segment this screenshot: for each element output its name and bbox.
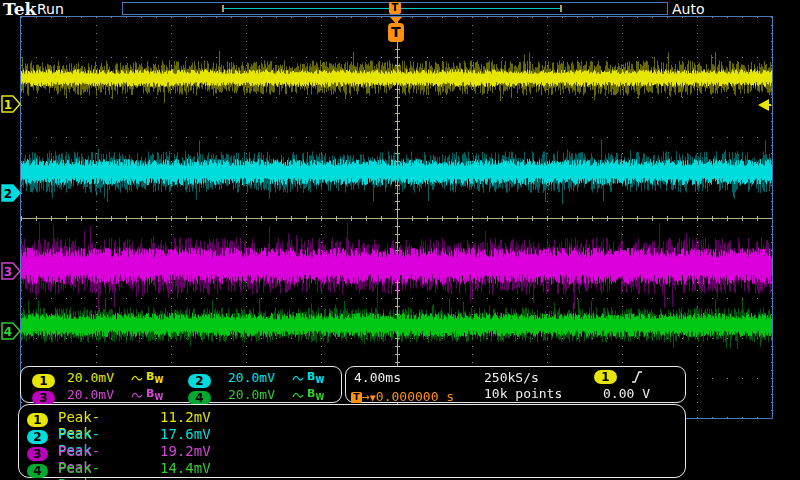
ch3-ground-marker[interactable]: 3 [1,262,21,280]
ch3-marker-number: 3 [4,265,12,279]
ch1-bandwidth-icon: BW [146,370,163,385]
ch4-badge[interactable]: 4 [188,391,211,405]
acquisition-state: Run [37,1,64,17]
ch4-marker-number: 4 [4,325,12,339]
meas-ch1-badge: 1 [27,413,48,427]
record-bracket-right-icon [560,5,562,12]
ch2-badge[interactable]: 2 [188,374,211,388]
trigger-position-badge[interactable]: T [388,23,404,42]
trigger-t-icon: T [351,392,362,403]
trigger-slope-rising-icon [630,370,643,384]
meas-ch4-badge: 4 [27,464,48,478]
ch1-badge[interactable]: 1 [32,374,55,388]
measurement-row-ch4: 4 Peak-Peak 14.4mV [27,460,48,476]
ch3-bandwidth-icon: BW [146,387,163,402]
graticule [20,16,773,419]
waveform-canvas [21,17,772,418]
meas-ch4-value: 14.4mV [160,460,211,476]
meas-ch4-label: Peak-Peak [58,460,100,480]
meas-ch3-badge: 3 [27,447,48,461]
ch2-ground-marker[interactable]: 2 [1,184,21,202]
oscilloscope-screen: Tek Run T Auto T 1 2 3 4 1 20.0mV [0,0,800,480]
ch4-scale: 20.0mV [228,387,275,402]
ch2-bandwidth-icon: BW [307,370,324,385]
meas-ch3-value: 19.2mV [160,443,211,459]
ch4-bandwidth-icon: BW [307,387,324,402]
channel-readout-box: 1 20.0mV BW 2 20.0mV BW 3 20.0mV BW [20,366,342,403]
record-trigger-flag-icon[interactable]: T [389,2,401,14]
measurement-row-ch3: 3 Peak-Peak 19.2mV [27,443,48,459]
ch4-ground-marker[interactable]: 4 [1,322,21,340]
ch4-ac-coupling-icon [292,390,306,400]
trigger-delay-readout[interactable]: T→▼0.000000 s [351,386,454,405]
record-bracket-left-icon [222,5,224,12]
record-length: 10k points [484,386,562,401]
ch1-scale: 20.0mV [67,370,114,385]
ch1-ground-marker[interactable]: 1 [1,95,21,113]
ch1-marker-number: 1 [4,98,12,112]
trigger-mode-label: Auto [672,1,705,17]
meas-ch1-value: 11.2mV [160,409,211,425]
delay-arrow-icon: → [362,389,370,404]
meas-ch2-value: 17.6mV [160,426,211,442]
meas-ch2-badge: 2 [27,430,48,444]
ch3-badge[interactable]: 3 [32,391,55,405]
ch2-ac-coupling-icon [292,373,306,383]
horizontal-trigger-readout-box: 4.00ms 250kS/s 1 T→▼0.000000 s 10k point… [345,366,686,403]
ch3-scale: 20.0mV [67,387,114,402]
time-per-div[interactable]: 4.00ms [354,370,401,385]
ch3-ac-coupling-icon [131,390,145,400]
ch2-marker-number: 2 [4,187,12,201]
measurement-row-ch2: 2 Peak-Peak 17.6mV [27,426,48,442]
record-view-bar: T [122,2,668,15]
measurement-box: 1 Peak-Peak 11.2mV 2 Peak-Peak 17.6mV 3 … [18,404,686,478]
trigger-delay-value: 0.000000 s [376,389,454,404]
ch1-ac-coupling-icon [131,373,145,383]
sample-rate: 250kS/s [484,370,539,385]
trigger-level-arrow-icon[interactable] [755,99,771,111]
measurement-row-ch1: 1 Peak-Peak 11.2mV [27,409,48,425]
ch2-scale: 20.0mV [228,370,275,385]
trigger-source-badge[interactable]: 1 [594,370,617,384]
trigger-level-value[interactable]: 0.00 V [603,386,650,401]
